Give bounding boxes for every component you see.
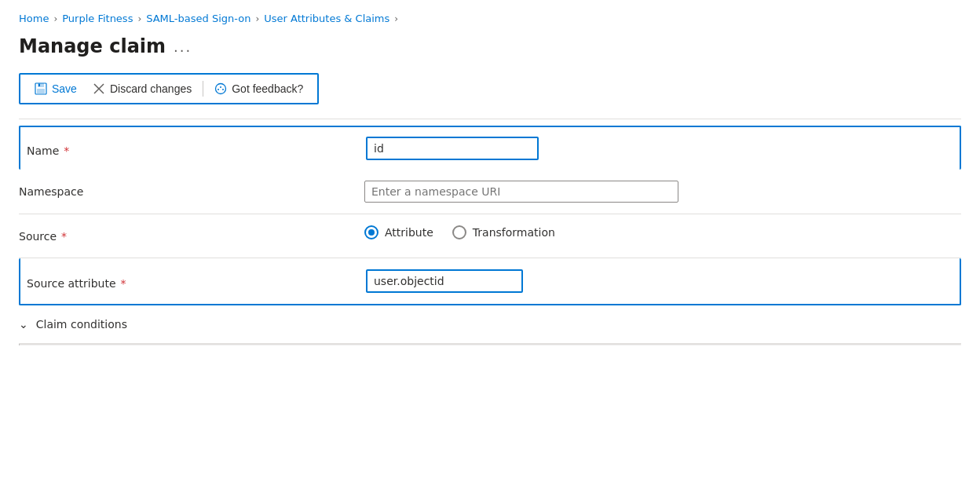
source-radio-group: Attribute Transformation — [364, 225, 555, 239]
feedback-label: Got feedback? — [232, 82, 303, 95]
radio-transformation-label: Transformation — [473, 226, 555, 239]
source-attr-required-star: * — [121, 277, 126, 290]
namespace-label: Namespace — [19, 181, 364, 198]
toolbar-separator — [203, 81, 203, 97]
svg-point-9 — [222, 89, 224, 90]
discard-button[interactable]: Discard changes — [85, 78, 199, 100]
breadcrumb: Home › Purple Fitness › SAML-based Sign-… — [19, 13, 961, 24]
breadcrumb-saml[interactable]: SAML-based Sign-on — [146, 13, 250, 24]
radio-attribute[interactable]: Attribute — [364, 225, 433, 239]
source-row: Source* Attribute Transformation — [19, 214, 961, 258]
page-title: Manage claim — [19, 35, 166, 57]
radio-transformation-circle — [452, 225, 466, 239]
radio-attribute-circle — [364, 225, 378, 239]
source-control: Attribute Transformation — [364, 225, 961, 239]
breadcrumb-separator-3: › — [255, 13, 259, 24]
claim-conditions-label: Claim conditions — [36, 318, 127, 331]
save-label: Save — [52, 82, 77, 95]
source-attr-outer: Source attribute* — [19, 258, 961, 305]
chevron-down-icon: ⌄ — [19, 318, 28, 331]
source-required-star: * — [61, 230, 67, 243]
discard-icon — [93, 82, 105, 95]
feedback-button[interactable]: Got feedback? — [207, 78, 311, 100]
more-options-button[interactable]: ... — [174, 38, 192, 55]
source-attr-input[interactable] — [366, 269, 523, 293]
namespace-row: Namespace — [19, 170, 961, 214]
toolbar: Save Discard changes Got feedback — [19, 73, 319, 104]
namespace-control — [364, 181, 961, 203]
breadcrumb-separator-4: › — [394, 13, 398, 24]
radio-attribute-label: Attribute — [385, 226, 433, 239]
svg-point-7 — [218, 89, 219, 90]
discard-label: Discard changes — [110, 82, 192, 95]
name-control — [366, 137, 960, 160]
breadcrumb-separator-1: › — [53, 13, 57, 24]
breadcrumb-user-attributes[interactable]: User Attributes & Claims — [264, 13, 389, 24]
svg-point-8 — [220, 86, 221, 88]
namespace-input[interactable] — [364, 181, 678, 203]
breadcrumb-separator-2: › — [137, 13, 141, 24]
name-label: Name* — [20, 140, 366, 157]
save-button[interactable]: Save — [27, 78, 85, 100]
breadcrumb-home[interactable]: Home — [19, 13, 49, 24]
claim-conditions-row[interactable]: ⌄ Claim conditions — [19, 305, 961, 344]
bottom-divider — [19, 344, 961, 345]
svg-point-6 — [216, 84, 226, 94]
radio-transformation[interactable]: Transformation — [452, 225, 555, 239]
name-required-star: * — [64, 144, 69, 157]
form-area: Name* Namespace Source* — [19, 119, 961, 345]
source-attr-control — [366, 269, 960, 293]
svg-rect-3 — [37, 89, 45, 93]
svg-rect-2 — [38, 84, 40, 87]
save-icon — [35, 82, 47, 95]
name-input[interactable] — [366, 137, 539, 160]
source-attr-label: Source attribute* — [20, 272, 366, 290]
source-label: Source* — [19, 225, 364, 243]
breadcrumb-purple-fitness[interactable]: Purple Fitness — [62, 13, 133, 24]
feedback-icon — [214, 82, 227, 95]
